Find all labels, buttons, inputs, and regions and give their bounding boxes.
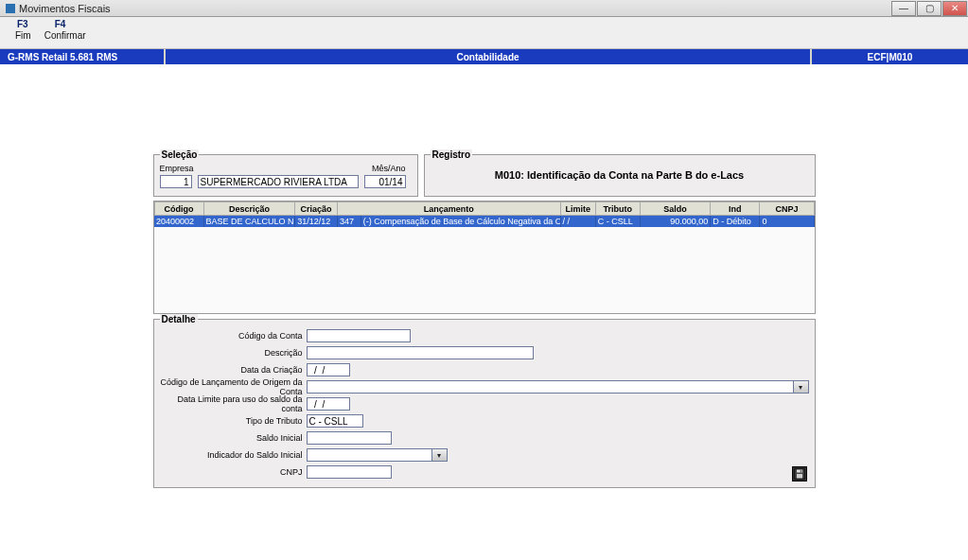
empresa-label: Empresa (160, 164, 359, 173)
saldo-inicial-label: Saldo Inicial (160, 433, 307, 443)
ind-saldo-inicial-dropdown[interactable] (432, 448, 448, 462)
ind-saldo-inicial-input[interactable] (307, 448, 432, 462)
tipo-tributo-input[interactable] (307, 414, 363, 428)
grid-row[interactable]: 20400002 BASE DE CALCULO NEGA 31/12/12 3… (154, 216, 814, 227)
window-controls: — ▢ ✕ (891, 1, 968, 16)
data-criacao-label: Data da Criação (160, 365, 307, 375)
cod-lanc-origem-dropdown[interactable] (794, 380, 809, 394)
mesano-input[interactable] (364, 175, 406, 188)
saldo-inicial-input[interactable] (307, 431, 392, 445)
cell-codigo: 20400002 (154, 216, 203, 227)
selecao-fieldset: Seleção Empresa Mês/Ano (153, 149, 418, 197)
descricao-input[interactable] (307, 346, 534, 359)
cod-lanc-origem-label: Código de Lançamento de Origem da Conta (160, 377, 307, 396)
maximize-button[interactable]: ▢ (917, 1, 942, 16)
detalhe-fieldset: Detalhe Código da Conta Descrição Data d… (153, 314, 816, 488)
shortcut-f4: F4 (55, 19, 66, 29)
col-codigo[interactable]: Código (154, 202, 203, 216)
cod-lanc-origem-input[interactable] (307, 380, 794, 394)
app-icon (6, 4, 15, 13)
codigo-conta-label: Código da Conta (160, 331, 307, 341)
data-limite-input[interactable] (307, 397, 350, 411)
menu-bar: F3 F4 Fim Confirmar (0, 17, 968, 49)
data-criacao-input[interactable] (307, 363, 350, 376)
registro-text: M010: Identificação da Conta na Parte B … (495, 164, 744, 190)
empresa-code-input[interactable] (160, 175, 192, 188)
mesano-label: Mês/Ano (364, 164, 406, 173)
descricao-label: Descrição (160, 348, 307, 358)
cell-descricao: BASE DE CALCULO NEGA (203, 216, 295, 227)
detalhe-legend: Detalhe (160, 314, 198, 324)
diskette-icon (794, 468, 805, 480)
menu-items: Fim Confirmar (9, 30, 959, 41)
cnpj-input[interactable] (307, 465, 392, 479)
menu-confirmar[interactable]: Confirmar (44, 30, 86, 41)
cell-criacao: 31/12/12 (295, 216, 338, 227)
cnpj-label: CNPJ (160, 467, 307, 477)
svg-rect-2 (797, 474, 802, 479)
col-criacao[interactable]: Criação (295, 202, 338, 216)
empresa-name-input[interactable] (198, 175, 359, 188)
window-titlebar: Movimentos Fiscais — ▢ ✕ (0, 0, 968, 17)
col-ind[interactable]: Ind (711, 202, 760, 216)
status-left: G-RMS Retail 5.681 RMS (0, 49, 166, 64)
col-tributo[interactable]: Tributo (595, 202, 640, 216)
svg-rect-3 (800, 470, 801, 473)
menu-fim[interactable]: Fim (15, 30, 31, 41)
status-mid: Contabilidade (166, 49, 812, 64)
col-descricao[interactable]: Descrição (203, 202, 295, 216)
cell-tributo: C - CSLL (595, 216, 640, 227)
grid-header-row: Código Descrição Criação Lançamento Limi… (154, 202, 814, 216)
col-lancamento[interactable]: Lançamento (337, 202, 560, 216)
window-title-text: Movimentos Fiscais (19, 3, 111, 14)
menu-shortcuts: F3 F4 (9, 19, 959, 29)
close-button[interactable]: ✕ (942, 1, 967, 16)
save-button[interactable] (792, 466, 807, 481)
cell-saldo: 90.000,00 (640, 216, 710, 227)
shortcut-f3: F3 (17, 19, 28, 29)
tipo-tributo-label: Tipo de Tributo (160, 416, 307, 426)
cell-limite: / / (560, 216, 595, 227)
ind-saldo-inicial-label: Indicador do Saldo Inicial (160, 450, 307, 460)
minimize-button[interactable]: — (891, 1, 916, 16)
workspace: Seleção Empresa Mês/Ano Registro M010: I… (0, 64, 968, 560)
window-title: Movimentos Fiscais (0, 3, 111, 14)
col-saldo[interactable]: Saldo (640, 202, 710, 216)
selecao-legend: Seleção (160, 149, 200, 160)
cell-lanc-cod: 347 (337, 216, 361, 227)
status-bar: G-RMS Retail 5.681 RMS Contabilidade ECF… (0, 49, 968, 64)
status-right: ECF|M010 (812, 49, 968, 64)
data-grid[interactable]: Código Descrição Criação Lançamento Limi… (153, 201, 816, 314)
codigo-conta-input[interactable] (307, 329, 411, 342)
cell-cnpj: 0 (760, 216, 814, 227)
cell-lanc-desc: (-) Compensação de Base de Cálculo Negat… (361, 216, 560, 227)
data-limite-label: Data Limite para uso do saldo da conta (160, 394, 307, 413)
col-limite[interactable]: Limite (560, 202, 595, 216)
registro-legend: Registro (431, 149, 473, 160)
cell-ind: D - Débito (711, 216, 760, 227)
col-cnpj[interactable]: CNPJ (760, 202, 814, 216)
registro-fieldset: Registro M010: Identificação da Conta na… (424, 149, 816, 197)
